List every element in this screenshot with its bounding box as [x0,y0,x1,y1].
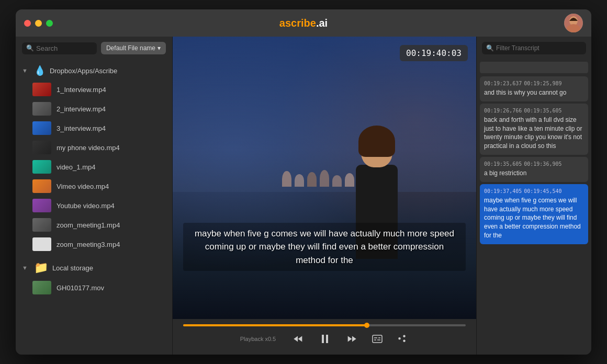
file-thumbnail [32,102,51,116]
transcript-end-time: 00:19:36,905 [524,161,561,167]
playback-speed-label: Playback x0.5 [240,336,276,342]
file-sort-dropdown[interactable]: Default File name ▾ [101,42,166,54]
file-name: Youtube video.mp4 [57,202,115,210]
crowd-person [320,170,329,187]
titlebar: ascribe.ai [16,9,591,37]
local-storage-label: Local storage [52,264,93,272]
main-area: 00:19:40:03 maybe when five g comes we w… [173,37,476,355]
list-item[interactable]: zoom_meeting3.mp4 [22,235,170,254]
transcript-times: 00:19:35,605 00:19:36,905 [484,161,584,167]
close-button[interactable] [24,20,31,27]
controls-row: Playback x0.5 [183,331,466,347]
crowd-person [295,174,304,187]
search-box[interactable]: 🔍 [22,42,97,54]
file-name: GH010177.mov [57,284,104,292]
transcript-text: back and forth with a full dvd size just… [484,116,584,151]
transcript-panel: 🔍 00:19:23,637 00:19:25,989 and this is … [476,37,591,355]
file-thumbnail [32,83,51,96]
progress-dot [364,323,369,328]
subtitle-area: maybe when five g comes we will have act… [173,217,476,278]
local-storage-header[interactable]: ▼ 📁 Local storage [16,258,172,278]
transcript-list: 00:19:23,637 00:19:25,989 and this is wh… [477,60,591,355]
progress-bar[interactable] [183,324,466,326]
chevron-icon: ▼ [22,67,28,74]
transcript-start-time: 00:19:23,637 [484,81,522,86]
crowd [173,165,476,192]
transcript-filter-input[interactable] [496,44,582,52]
dropbox-label: Dropbox/Apps/Ascribe [50,67,117,75]
file-thumbnail [32,121,51,135]
transcript-entry[interactable]: 00:19:26,766 00:19:35,605 back and forth… [480,104,588,155]
transcript-text: and this is why you cannot go [484,88,584,97]
local-storage-section: ▼ 📁 Local storage GH010177.mov [16,258,172,297]
transcript-text: maybe when five g comes we will have act… [484,196,584,240]
transcript-times: 00:19:37,405 00:19:45,540 [484,188,584,194]
list-item[interactable]: video_1.mp4 [22,157,170,176]
transcript-toolbar: 🔍 [477,37,591,60]
transcript-entry[interactable]: 00:19:35,605 00:19:36,905 a big restrict… [480,157,588,182]
traffic-lights [24,20,53,27]
progress-bar-container[interactable] [183,324,466,326]
list-item[interactable]: 3_interview.mp4 [22,119,170,138]
list-item[interactable]: Vimeo video.mp4 [22,177,170,196]
content-area: 🔍 Default File name ▾ ▼ 💧 Dropbox/Apps/A… [16,37,591,355]
filter-input-box[interactable]: 🔍 [482,42,586,54]
file-thumbnail [32,141,51,154]
chevron-icon: ▼ [22,265,28,271]
list-item[interactable]: 2_interview.mp4 [22,99,170,118]
fast-forward-button[interactable] [344,331,359,347]
list-item[interactable]: my phone video.mp4 [22,138,170,157]
play-pause-button[interactable] [317,331,333,347]
transcript-text: a big restriction [484,169,584,178]
transcript-entry[interactable]: 00:19:23,637 00:19:25,989 and this is wh… [480,76,588,101]
avatar[interactable] [564,14,583,32]
local-files: GH010177.mov [16,278,172,297]
file-name: 3_interview.mp4 [57,124,106,132]
file-name: 2_interview.mp4 [57,105,106,113]
transcript-empty-entry [480,62,588,73]
crowd-person [307,172,317,187]
transcript-entry-active[interactable]: 00:19:37,405 00:19:45,540 maybe when fiv… [480,184,588,244]
file-thumbnail [32,218,51,232]
speaker-head [361,131,392,167]
list-item[interactable]: 1_Interview.mp4 [22,80,170,99]
svg-rect-4 [326,335,328,343]
file-thumbnail [32,281,51,294]
video-player[interactable]: 00:19:40:03 maybe when five g comes we w… [173,37,476,319]
dropbox-section: ▼ 💧 Dropbox/Apps/Ascribe 1_Interview.mp4… [16,62,172,254]
sidebar-tree: ▼ 💧 Dropbox/Apps/Ascribe 1_Interview.mp4… [16,60,172,355]
list-item[interactable]: zoom_meeting1.mp4 [22,215,170,234]
file-name: Vimeo video.mp4 [57,183,109,190]
captions-button[interactable] [370,333,385,345]
dropbox-header[interactable]: ▼ 💧 Dropbox/Apps/Ascribe [16,62,172,79]
list-item[interactable]: GH010177.mov [22,278,170,297]
dropdown-label: Default File name [106,44,155,52]
sidebar: 🔍 Default File name ▾ ▼ 💧 Dropbox/Apps/A… [16,37,173,355]
player-controls: Playback x0.5 [173,319,476,355]
timestamp-badge: 00:19:40:03 [400,45,468,61]
minimize-button[interactable] [35,20,42,27]
svg-rect-5 [373,335,382,343]
transcript-start-time: 00:19:37,405 [484,188,522,194]
progress-fill [183,324,367,326]
sidebar-toolbar: 🔍 Default File name ▾ [16,37,172,60]
dropbox-icon: 💧 [34,65,46,76]
list-item[interactable]: Youtube video.mp4 [22,196,170,215]
video-scene: 00:19:40:03 maybe when five g comes we w… [173,37,476,319]
search-icon: 🔍 [26,44,34,52]
file-name: 1_Interview.mp4 [57,86,106,94]
maximize-button[interactable] [46,20,53,27]
transcript-end-time: 00:19:25,989 [524,81,561,86]
file-name: video_1.mp4 [57,163,95,171]
chevron-down-icon: ▾ [158,44,161,52]
app-title: ascribe.ai [279,17,328,29]
transcript-end-time: 00:19:45,540 [524,188,561,194]
app-window: ascribe.ai 🔍 Default File name ▾ [16,9,591,355]
svg-rect-3 [322,335,324,343]
folder-icon: 📁 [34,261,48,275]
title-ascribe: ascribe [279,17,316,29]
search-input[interactable] [36,44,93,52]
transcript-start-time: 00:19:26,766 [484,108,522,113]
rewind-button[interactable] [290,331,306,347]
share-button[interactable] [395,332,409,346]
